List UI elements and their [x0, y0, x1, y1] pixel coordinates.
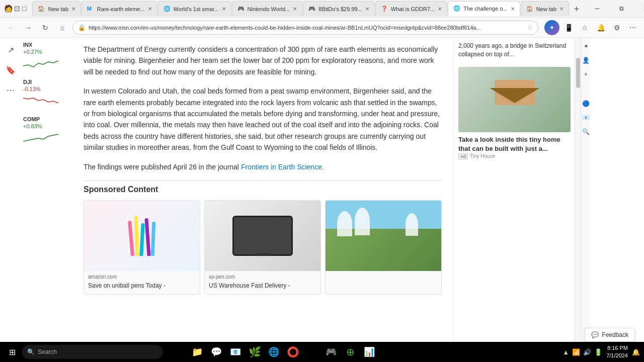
- taskbar-app-edge[interactable]: 🌐: [265, 343, 283, 361]
- tab-close-btn[interactable]: ✕: [438, 6, 442, 12]
- minimize-button[interactable]: ─: [586, 1, 609, 16]
- sidebar-article-bridge[interactable]: 2,000 years ago, a bridge in Switzerland…: [458, 42, 571, 59]
- share-button[interactable]: ↗: [3, 42, 19, 58]
- stock-change: +0.27%: [23, 49, 69, 55]
- tab-favicon: 🌐: [453, 5, 460, 12]
- tab-new-tab-1[interactable]: 🏠 New tab ✕: [32, 1, 80, 16]
- stock-item-dji[interactable]: DJI -0.13%: [23, 79, 69, 108]
- taskbar-app-game[interactable]: 🎮: [322, 343, 340, 361]
- new-tab-button[interactable]: +: [570, 2, 584, 16]
- feedback-button[interactable]: 💬 Feedback: [585, 328, 635, 342]
- collections-icon[interactable]: 🔔: [594, 21, 608, 35]
- datetime[interactable]: 8:16 PM 7/1/2024: [606, 344, 628, 360]
- article-paragraph-1: The Department of Energy currently consi…: [84, 44, 442, 77]
- stock-item-inx[interactable]: INX +0.27%: [23, 42, 69, 71]
- card-image-tablet: [205, 201, 320, 271]
- taskbar-app-teams[interactable]: 💬: [207, 343, 225, 361]
- tab-close-btn[interactable]: ✕: [559, 6, 564, 12]
- tab-close-btn[interactable]: ✕: [222, 6, 226, 12]
- refresh-button[interactable]: ↻: [38, 21, 52, 35]
- article-area: The Department of Energy currently consi…: [71, 38, 454, 342]
- taskbar-app-outlook[interactable]: 📧: [226, 343, 245, 361]
- tab-favicon: 🌐: [164, 6, 171, 13]
- workspaces-icon[interactable]: ⊡: [14, 5, 20, 13]
- tray-battery-icon[interactable]: 🔋: [594, 348, 602, 356]
- stock-name: COMP: [23, 116, 69, 122]
- sponsored-card-tablet[interactable]: xp-pen.com US Warehouse Fast Delivery -: [204, 200, 321, 295]
- person-icon[interactable]: 👤: [582, 56, 591, 65]
- restore-button[interactable]: ⧉: [610, 1, 633, 16]
- tab-label: World's 1st smar...: [174, 6, 219, 12]
- tab-favicon: 🎮: [237, 6, 245, 13]
- tab-worlds-1st[interactable]: 🌐 World's 1st smar... ✕: [158, 1, 231, 16]
- sponsored-card-garden[interactable]: [325, 200, 442, 295]
- tab-rare-earth[interactable]: M Rare-earth eleme... ✕: [82, 1, 157, 16]
- edge-icon-1[interactable]: 🔵: [582, 99, 591, 108]
- back-button[interactable]: ←: [4, 21, 18, 35]
- tab-8bitdo[interactable]: 🎮 8BitDo's $29.99... ✕: [303, 1, 375, 16]
- tab-gddr7[interactable]: ❓ What is GDDR7... ✕: [375, 1, 447, 16]
- tab-favicon: ❓: [381, 6, 388, 13]
- tab-close-btn[interactable]: ✕: [148, 6, 152, 12]
- more-options-button[interactable]: ⋯: [3, 82, 19, 98]
- phone-icon[interactable]: 📱: [561, 21, 576, 35]
- card-title: [326, 274, 441, 280]
- scrollbar-thumb[interactable]: [576, 58, 580, 88]
- taskbar-app-files[interactable]: 🗂: [169, 343, 187, 361]
- taskbar-app-chrome[interactable]: ⭕: [284, 343, 302, 361]
- window-controls: ─ ⧉ ✕: [586, 1, 644, 16]
- stock-ticker: INX +0.27% DJI -0.13%: [21, 38, 71, 342]
- tab-challenge[interactable]: 🌐 The challenge o... ✕: [448, 1, 520, 16]
- tab-close-btn[interactable]: ✕: [365, 6, 369, 12]
- taskbar-right: ▲ 📶 🔊 🔋 8:16 PM 7/1/2024 🔔: [562, 344, 640, 360]
- favorites-icon[interactable]: ☆: [578, 21, 592, 35]
- edge-icon-3[interactable]: 🔍: [582, 127, 591, 136]
- tray-network-icon[interactable]: 📶: [572, 348, 580, 356]
- taskbar-app-green[interactable]: 🌿: [246, 343, 264, 361]
- taskbar-search[interactable]: 🔍 Search: [22, 345, 163, 359]
- tray-volume-icon[interactable]: 🔊: [583, 348, 591, 356]
- taskbar-app-office[interactable]: 📊: [360, 343, 378, 361]
- copilot-button[interactable]: ✦: [544, 20, 559, 35]
- tab-label: The challenge o...: [463, 6, 507, 12]
- notification-icon[interactable]: 🔔: [632, 348, 640, 356]
- stock-name: INX: [23, 42, 69, 48]
- browser-frame: 🧑 ⊡ □ 🏠 New tab ✕ M Rare-earth eleme... …: [0, 0, 644, 362]
- home-button[interactable]: ⌂: [55, 21, 69, 35]
- tab-collections-icon[interactable]: □: [22, 5, 26, 13]
- stock-item-comp[interactable]: COMP +0.83%: [23, 116, 69, 145]
- house-visual: [458, 67, 571, 132]
- taskbar-app-xbox[interactable]: ⊕: [341, 343, 359, 361]
- add-icon[interactable]: +: [582, 70, 591, 79]
- close-button[interactable]: ✕: [634, 1, 644, 16]
- title-bar: 🧑 ⊡ □ 🏠 New tab ✕ M Rare-earth eleme... …: [0, 0, 644, 18]
- sidebar-article-house[interactable]: Take a look inside this tiny home that c…: [458, 67, 571, 159]
- copilot-sidebar-icon[interactable]: ✦: [582, 42, 591, 51]
- tab-new-tab-2[interactable]: 🏠 New tab ✕: [521, 1, 569, 16]
- profile-icon[interactable]: 🧑: [4, 5, 12, 13]
- tab-nintendo[interactable]: 🎮 Nintendo World... ✕: [232, 1, 303, 16]
- edge-icon-2[interactable]: 📧: [582, 113, 591, 122]
- tab-close-btn[interactable]: ✕: [293, 6, 297, 12]
- tab-close-btn[interactable]: ✕: [71, 6, 75, 12]
- save-button[interactable]: 🔖: [3, 62, 19, 78]
- stock-change: -0.13%: [23, 86, 69, 92]
- sponsored-card-pens[interactable]: amazon.com Save on uniball pens Today -: [84, 200, 200, 295]
- stock-chart: [23, 93, 69, 108]
- sponsored-title: Sponsored Content: [84, 185, 442, 194]
- browser-icons: 🧑: [4, 5, 12, 13]
- star-icon[interactable]: ☆: [527, 24, 533, 31]
- taskbar-app-explorer[interactable]: 📁: [188, 343, 206, 361]
- tab-favicon: M: [87, 6, 94, 13]
- taskbar-app-store[interactable]: 🛍: [303, 343, 321, 361]
- scrollbar-area[interactable]: [575, 38, 581, 342]
- url-bar[interactable]: 🔒 https://www.msn.com/en-us/money/techno…: [72, 21, 538, 35]
- date: 7/1/2024: [606, 352, 628, 359]
- tab-close-btn[interactable]: ✕: [511, 6, 515, 12]
- journal-link[interactable]: Frontiers in Earth Science.: [241, 163, 324, 171]
- tray-expand-icon[interactable]: ▲: [562, 348, 569, 356]
- more-button[interactable]: ⋯: [626, 21, 640, 35]
- settings-icon[interactable]: ⚙: [610, 21, 624, 35]
- forward-button[interactable]: →: [21, 21, 35, 35]
- start-button[interactable]: ⊞: [4, 344, 20, 360]
